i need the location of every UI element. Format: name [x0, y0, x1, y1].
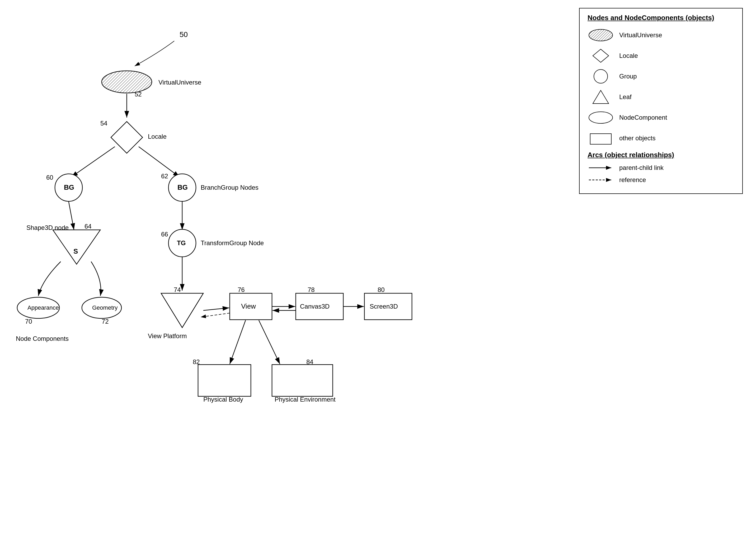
tg-label: TG — [177, 239, 186, 246]
view-label: View — [241, 302, 256, 310]
svg-point-7 — [594, 69, 608, 83]
screen3d-number: 80 — [378, 286, 385, 293]
bg2-label: BG — [177, 183, 188, 191]
svg-point-9 — [589, 112, 613, 123]
physical-body-node — [198, 365, 251, 396]
legend-shape-other — [588, 130, 614, 146]
screen3d-label: Screen3D — [370, 303, 398, 310]
legend-shape-nc — [588, 110, 614, 125]
legend-item-group: Group — [588, 68, 734, 84]
legend-shape-leaf — [588, 89, 614, 105]
legend-shape-vu — [588, 27, 614, 43]
virtual-universe-node — [102, 71, 152, 93]
figure-number: 50 — [180, 30, 188, 39]
legend-label-group: Group — [619, 73, 637, 80]
legend-item-other: other objects — [588, 130, 734, 146]
legend-shape-locale — [588, 48, 614, 64]
legend-arc-solid-label: parent-child link — [619, 164, 664, 171]
svg-marker-8 — [593, 90, 609, 104]
canvas3d-number: 78 — [308, 286, 315, 293]
vu-label: VirtualUniverse — [158, 79, 201, 86]
bg-nodes-label: BranchGroup Nodes — [201, 184, 259, 191]
vp-to-view-arrow — [203, 308, 229, 311]
locale-number: 54 — [100, 120, 107, 127]
physical-env-node — [272, 365, 333, 396]
locale-node — [111, 121, 143, 153]
legend-arcs-title: Arcs (object relationships) — [588, 151, 734, 159]
view-number: 76 — [238, 286, 245, 293]
vu-number: 52 — [135, 91, 142, 98]
legend-item-nc: NodeComponent — [588, 110, 734, 125]
legend-label-vu: VirtualUniverse — [619, 31, 662, 39]
legend-title: Nodes and NodeComponents (objects) — [588, 14, 734, 22]
legend-label-locale: Locale — [619, 52, 638, 59]
appearance-number: 70 — [25, 318, 32, 325]
geometry-number: 72 — [102, 318, 109, 325]
legend-shape-group — [588, 68, 614, 84]
nc-label: Node Components — [16, 335, 69, 342]
legend-label-other: other objects — [619, 134, 655, 142]
vp-number: 74 — [174, 286, 181, 293]
view-to-physenv-arrow — [259, 320, 280, 364]
physical-body-label: Physical Body — [203, 396, 243, 403]
s-number: 64 — [84, 223, 92, 230]
locale-to-bg1-arrow — [71, 147, 115, 177]
physical-env-number: 84 — [306, 358, 313, 366]
locale-label: Locale — [148, 133, 167, 140]
canvas3d-label: Canvas3D — [300, 303, 330, 310]
view-to-vp-dashed-arrow — [201, 313, 230, 317]
view-to-physbody-arrow — [230, 320, 246, 364]
s-label: S — [73, 247, 78, 255]
geometry-label: Geometry — [92, 305, 118, 311]
legend-item-locale: Locale — [588, 48, 734, 64]
physical-env-label: Physical Environment — [275, 396, 336, 403]
bg1-number: 60 — [46, 174, 53, 181]
appearance-label: Appearance — [27, 305, 59, 311]
bg2-number: 62 — [161, 172, 168, 180]
tg-desc-label: TransformGroup Node — [201, 239, 264, 246]
tg-number: 66 — [161, 231, 168, 238]
legend-arc-dashed: reference — [588, 176, 734, 184]
vp-node — [161, 293, 203, 328]
svg-point-5 — [589, 29, 613, 41]
vp-label: View Platform — [148, 333, 187, 340]
arc-arrow-solid — [588, 164, 614, 172]
s-to-appearance-arrow — [38, 261, 61, 296]
diagram-container: 50 VirtualUniverse 52 Locale 54 BG 60 BG… — [0, 0, 756, 544]
bg1-label: BG — [64, 183, 74, 191]
arc-arrow-dashed — [588, 176, 614, 184]
legend-label-nc: NodeComponent — [619, 114, 667, 121]
locale-to-bg2-arrow — [139, 147, 180, 177]
main-diagram-svg: 50 VirtualUniverse 52 Locale 54 BG 60 BG… — [0, 0, 581, 544]
svg-marker-6 — [593, 49, 609, 62]
legend-item-leaf: Leaf — [588, 89, 734, 105]
shape3d-label: Shape3D node — [26, 224, 69, 231]
s-node — [53, 230, 100, 264]
legend-item-vu: VirtualUniverse — [588, 27, 734, 43]
legend-arc-solid: parent-child link — [588, 164, 734, 172]
legend-arc-dashed-label: reference — [619, 176, 646, 184]
legend-box: Nodes and NodeComponents (objects) Virtu… — [579, 8, 743, 194]
svg-rect-10 — [590, 134, 611, 144]
s-to-geometry-arrow — [91, 261, 101, 296]
bg1-to-s-arrow — [69, 201, 74, 230]
legend-label-leaf: Leaf — [619, 93, 632, 101]
physical-body-number: 82 — [193, 358, 200, 366]
